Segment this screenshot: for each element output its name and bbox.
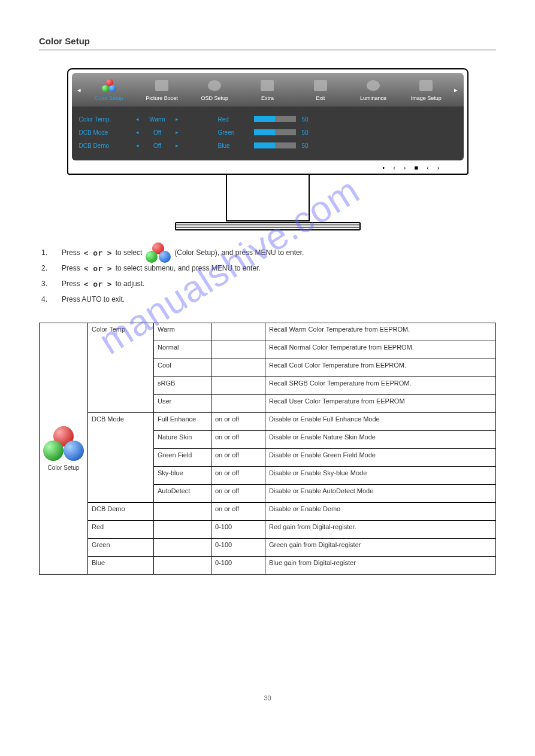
table-cell: Nature Skin: [154, 431, 211, 449]
table-cell: Disable or Enable AutoDetect Mode: [265, 485, 496, 503]
table-cell: Recall User Color Temperature from EEPRO…: [265, 395, 496, 413]
table-cell: Recall Normal Color Temperature from EEP…: [265, 341, 496, 359]
table-cell: Normal: [154, 341, 211, 359]
table-cell: [211, 341, 265, 359]
table-cell: DCB Mode: [88, 413, 154, 503]
table-cell: [154, 557, 211, 575]
table-cell: 0-100: [211, 557, 265, 575]
picture-boost-icon: [155, 80, 168, 91]
table-cell: Recall Cool Color Temperature from EEPRO…: [265, 359, 496, 377]
table-cell: Green: [88, 539, 154, 557]
table-cell: on or off: [211, 413, 265, 431]
table-cell: 0-100: [211, 521, 265, 539]
osd-tab-extra: Extra: [241, 78, 294, 101]
table-cell: Warm: [154, 323, 211, 341]
table-cell: Recall Warm Color Temperature from EEPRO…: [265, 323, 496, 341]
color-setup-icon: [43, 426, 84, 461]
osd-tab-luminance: Luminance: [347, 78, 400, 101]
osd-tab-image-setup: Image Setup: [400, 78, 452, 101]
spec-table: Color Setup Color Temp. Warm Recall Warm…: [39, 323, 496, 575]
osd-setup-icon: [208, 80, 221, 91]
instruction-list: 1. Press < or > to select (Color Setup),…: [41, 245, 496, 307]
triangle-right-icon: ▸: [173, 129, 182, 135]
table-cell: Disable or Enable Full Enhance Mode: [265, 413, 496, 431]
luminance-icon: [367, 80, 380, 91]
table-cell: [211, 395, 265, 413]
table-cell: Recall SRGB Color Temperature from EEPRO…: [265, 377, 496, 395]
table-cell: [211, 359, 265, 377]
color-setup-icon: [102, 79, 116, 92]
less-icon: ‹: [393, 164, 395, 171]
triangle-right-icon: ▸: [173, 116, 182, 122]
table-cell: [211, 377, 265, 395]
table-cell: Disable or Enable Sky-blue Mode: [265, 467, 496, 485]
divider: [39, 50, 496, 50]
table-cell: [154, 503, 211, 521]
table-cell: Disable or Enable Nature Skin Mode: [265, 431, 496, 449]
osd-body: Color Temp. ◂ Warm ▸ Red 50 DCB Mode ◂ O…: [72, 107, 464, 160]
color-setup-icon: [146, 242, 171, 263]
slider-bar: [254, 129, 296, 135]
monitor-buttons: • ‹ › ■ ‹ ›: [72, 160, 464, 172]
table-icon-cell: Color Setup: [40, 323, 88, 575]
greater-icon: ›: [437, 164, 440, 171]
triangle-left-icon: ◂: [133, 142, 143, 148]
table-cell: Green Field: [154, 449, 211, 467]
page-number: 30: [39, 694, 496, 702]
triangle-left-icon: ◂: [133, 116, 143, 122]
table-cell: [154, 539, 211, 557]
table-cell: on or off: [211, 449, 265, 467]
osd-row: DCB Demo ◂ Off ▸ Blue 50: [79, 139, 457, 152]
slider-bar: [254, 116, 296, 122]
table-cell: 0-100: [211, 539, 265, 557]
osd-tab-osd-setup: OSD Setup: [188, 78, 241, 101]
table-cell: Color Temp.: [88, 323, 154, 413]
osd-tab-exit: Exit: [294, 78, 347, 101]
table-cell: Green gain from Digital-register: [265, 539, 496, 557]
table-cell: on or off: [211, 503, 265, 521]
table-cell: User: [154, 395, 211, 413]
table-cell: AutoDetect: [154, 485, 211, 503]
dot-icon: •: [382, 164, 385, 171]
table-cell: Disable or Enable Green Field Mode: [265, 449, 496, 467]
table-cell: sRGB: [154, 377, 211, 395]
osd-row: Color Temp. ◂ Warm ▸ Red 50: [79, 113, 457, 126]
table-cell: Full Enhance: [154, 413, 211, 431]
triangle-left-icon: ◂: [133, 129, 143, 135]
greater-icon: ›: [404, 164, 406, 171]
image-setup-icon: [419, 80, 433, 91]
table-cell: [154, 521, 211, 539]
monitor-illustration: ◂ Color Setup Picture Boost OSD Setup Ex…: [39, 68, 496, 230]
extra-icon: [261, 80, 274, 91]
table-cell: Sky-blue: [154, 467, 211, 485]
table-cell: Blue gain from Digital-register: [265, 557, 496, 575]
table-cell: on or off: [211, 431, 265, 449]
section-title: Color Setup: [39, 36, 496, 46]
list-item: 3. Press < or > to adjust.: [41, 276, 496, 292]
table-cell: on or off: [211, 485, 265, 503]
chevron-left-icon: ◂: [75, 86, 83, 94]
table-cell: DCB Demo: [88, 503, 154, 521]
less-icon: ‹: [427, 164, 429, 171]
list-item: 2. Press < or > to select submenu, and p…: [41, 260, 496, 276]
table-cell: Red: [88, 521, 154, 539]
table-cell: Disable or Enable Demo: [265, 503, 496, 521]
list-item: 1. Press < or > to select (Color Setup),…: [41, 245, 496, 260]
slider-bar: [254, 142, 296, 148]
table-cell: Red gain from Digital-register.: [265, 521, 496, 539]
table-cell: [211, 323, 265, 341]
square-icon: ■: [415, 164, 419, 171]
triangle-right-icon: ▸: [173, 142, 182, 148]
chevron-right-icon: ▸: [452, 86, 460, 94]
osd-tab-picture-boost: Picture Boost: [135, 78, 188, 101]
table-cell: Blue: [88, 557, 154, 575]
osd-tab-color-setup: Color Setup: [83, 78, 135, 101]
table-cell: on or off: [211, 467, 265, 485]
osd-row: DCB Mode ◂ Off ▸ Green 50: [79, 126, 457, 139]
osd-tab-bar: ◂ Color Setup Picture Boost OSD Setup Ex…: [72, 73, 464, 107]
table-cell: Cool: [154, 359, 211, 377]
list-item: 4. Press AUTO to exit.: [41, 292, 496, 307]
exit-icon: [314, 80, 327, 91]
